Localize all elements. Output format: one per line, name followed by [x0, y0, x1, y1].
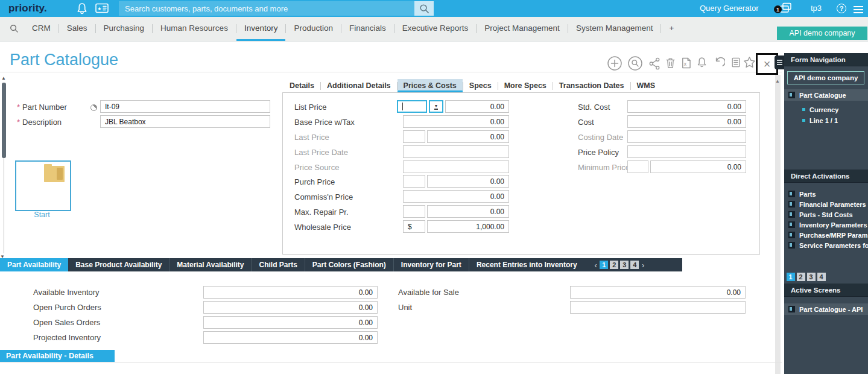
available-for-sale-input[interactable]: 0.00 [570, 286, 746, 299]
tree-item-line[interactable]: Line 1 / 1 [784, 115, 868, 126]
list-price-dropdown-button[interactable]: ▼ [429, 100, 443, 113]
delete-icon[interactable] [666, 57, 675, 69]
nav-search-icon[interactable] [10, 24, 19, 36]
add-record-button[interactable] [607, 55, 622, 71]
sidebar-page-2[interactable]: 2 [797, 273, 805, 281]
nav-item-crm[interactable]: CRM [24, 17, 59, 39]
favorite-star-icon[interactable] [743, 56, 756, 68]
std-cost-input[interactable]: 0.00 [627, 100, 746, 113]
nav-item-purchasing[interactable]: Purchasing [96, 17, 153, 39]
purch-price-input[interactable]: 0.00 [427, 175, 509, 188]
tab-additional-details[interactable]: Additional Details [321, 79, 397, 92]
nav-item-add[interactable]: + [661, 17, 682, 39]
nav-item-production[interactable]: Production [286, 17, 341, 39]
price-policy-input[interactable] [627, 145, 746, 158]
price-source-input[interactable] [403, 160, 509, 173]
part-number-input[interactable]: It-09 [100, 100, 270, 113]
page-button-1[interactable]: 1 [600, 261, 608, 269]
minimum-price-currency-input[interactable] [627, 160, 648, 173]
content-scroll-up-icon[interactable]: ▲ [775, 79, 780, 84]
part-image-box[interactable] [15, 160, 71, 211]
open-windows-icon[interactable]: 1 [778, 2, 792, 16]
global-search-input[interactable] [119, 1, 414, 16]
tree-item-label: Currency [809, 106, 838, 113]
company-badge[interactable]: API demo company [777, 27, 867, 40]
content-scrollbar[interactable] [775, 75, 781, 374]
query-generator-link[interactable]: Query Generator [700, 4, 759, 13]
tab-details[interactable]: Details [284, 79, 320, 92]
unit-input[interactable] [570, 301, 746, 314]
scroll-up-icon[interactable]: ▲ [1, 76, 6, 81]
nav-item-project-management[interactable]: Project Management [477, 17, 568, 39]
open-card-icon[interactable]: ★ [95, 3, 109, 16]
subtab-material-availability[interactable]: Material Availability [169, 258, 252, 271]
form-navigation-collapse-tab[interactable] [775, 55, 785, 69]
available-inventory-input[interactable]: 0.00 [203, 286, 378, 299]
page-prev-icon[interactable]: ‹ [595, 261, 597, 270]
global-search-button[interactable] [414, 1, 434, 16]
max-repair-price-input[interactable]: 0.00 [427, 205, 509, 218]
nav-item-human-resources[interactable]: Human Resources [153, 17, 236, 39]
activation-item-service-parameters[interactable]: Service Parameters fo [784, 239, 868, 251]
subtab-recent-entries[interactable]: Recent Entries into Inventory [469, 258, 584, 271]
notifications-bell-icon[interactable] [77, 2, 87, 17]
details-divider [0, 362, 782, 363]
part-availability-details-tab[interactable]: Part Availability - Details [0, 350, 115, 363]
nav-item-inventory[interactable]: Inventory [236, 17, 286, 41]
last-price-input[interactable]: 0.00 [427, 130, 509, 143]
open-sales-orders-input[interactable]: 0.00 [203, 316, 378, 329]
page-button-3[interactable]: 3 [620, 261, 629, 269]
minimum-price-input[interactable]: 0.00 [650, 160, 746, 173]
text-document-icon[interactable] [731, 57, 741, 68]
wholesale-price-input[interactable]: 1,000.00 [427, 220, 509, 233]
tab-wms[interactable]: WMS [631, 79, 662, 92]
subtab-base-product-availability[interactable]: Base Product Availability [68, 258, 169, 271]
active-screen-part-catalogue[interactable]: Part Catalogue - API [784, 303, 868, 315]
base-price-input[interactable]: 0.00 [403, 115, 509, 128]
field-history-icon[interactable] [90, 104, 97, 111]
sidebar-page-1[interactable]: 1 [787, 273, 795, 281]
share-icon[interactable] [649, 57, 660, 70]
sidebar-company-button[interactable]: API demo company [787, 71, 864, 84]
max-repair-currency-input[interactable] [403, 205, 425, 218]
list-price-input[interactable]: 0.00 [445, 100, 509, 113]
open-purch-orders-input[interactable]: 0.00 [203, 301, 378, 314]
commission-price-input[interactable]: 0.00 [403, 190, 509, 203]
hamburger-menu-icon[interactable] [854, 4, 863, 15]
subtab-part-availability[interactable]: Part Availability [0, 258, 68, 271]
sidebar-page-4[interactable]: 4 [817, 273, 826, 281]
last-price-date-input[interactable] [403, 145, 509, 158]
user-menu[interactable]: tp3 [811, 4, 822, 13]
tree-root-part-catalogue[interactable]: Part Catalogue [784, 89, 868, 101]
tab-transaction-dates[interactable]: Transaction Dates [553, 79, 630, 92]
page-button-2[interactable]: 2 [610, 261, 618, 269]
costing-date-input[interactable] [627, 130, 746, 143]
tree-item-currency[interactable]: Currency [784, 104, 868, 115]
help-icon[interactable]: ? [837, 4, 846, 13]
subtab-inventory-for-part[interactable]: Inventory for Part [394, 258, 469, 271]
projected-inventory-input[interactable]: 0.00 [203, 331, 378, 344]
left-scrollbar-thumb[interactable] [2, 83, 6, 158]
page-next-icon[interactable]: › [642, 261, 644, 270]
undo-icon[interactable] [713, 57, 725, 69]
subtab-part-colors[interactable]: Part Colors (Fashion) [305, 258, 394, 271]
sidebar-page-3[interactable]: 3 [807, 273, 816, 281]
export-excel-icon[interactable]: x [680, 57, 691, 69]
list-price-currency-input[interactable] [397, 100, 427, 113]
nav-item-sales[interactable]: Sales [59, 17, 95, 39]
tab-prices-costs[interactable]: Prices & Costs [398, 79, 463, 92]
wholesale-currency-input[interactable]: $ [403, 220, 425, 233]
cost-input[interactable]: 0.00 [627, 115, 746, 128]
subtab-child-parts[interactable]: Child Parts [252, 258, 305, 271]
reminders-bell-icon[interactable] [697, 57, 707, 68]
nav-item-financials[interactable]: Financials [341, 17, 394, 39]
tab-specs[interactable]: Specs [463, 79, 498, 92]
description-input[interactable]: JBL Beatbox [100, 115, 270, 128]
last-price-currency-input[interactable] [403, 130, 425, 143]
nav-item-executive-reports[interactable]: Executive Reports [394, 17, 477, 39]
nav-item-system-management[interactable]: System Management [568, 17, 661, 39]
search-records-button[interactable] [627, 55, 643, 71]
tab-more-specs[interactable]: More Specs [498, 79, 553, 92]
purch-price-currency-input[interactable] [403, 175, 425, 188]
page-button-4[interactable]: 4 [630, 261, 639, 269]
